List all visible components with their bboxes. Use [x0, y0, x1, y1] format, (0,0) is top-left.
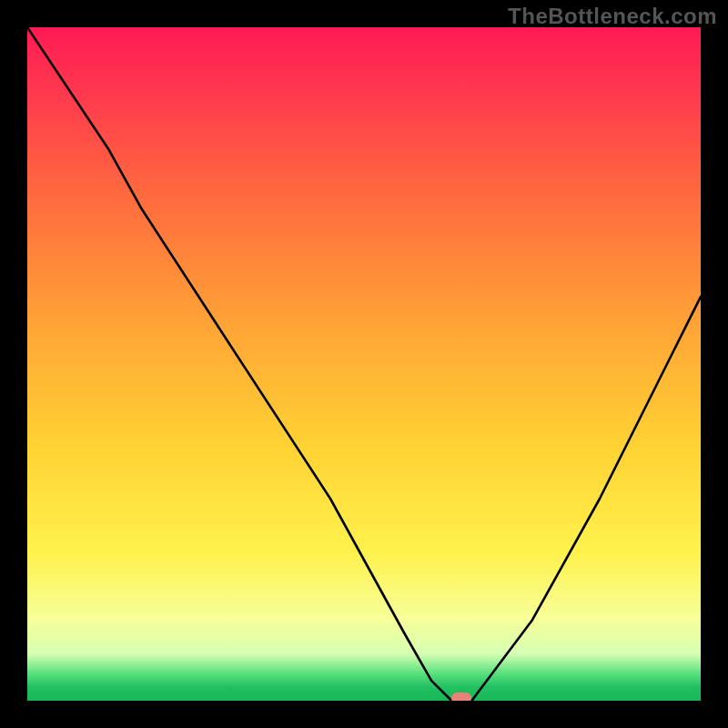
chart-frame: TheBottleneck.com — [0, 0, 728, 728]
optimal-point-marker — [451, 693, 471, 701]
watermark-text: TheBottleneck.com — [508, 4, 717, 29]
bottleneck-curve — [27, 27, 701, 701]
plot-area — [27, 27, 701, 701]
